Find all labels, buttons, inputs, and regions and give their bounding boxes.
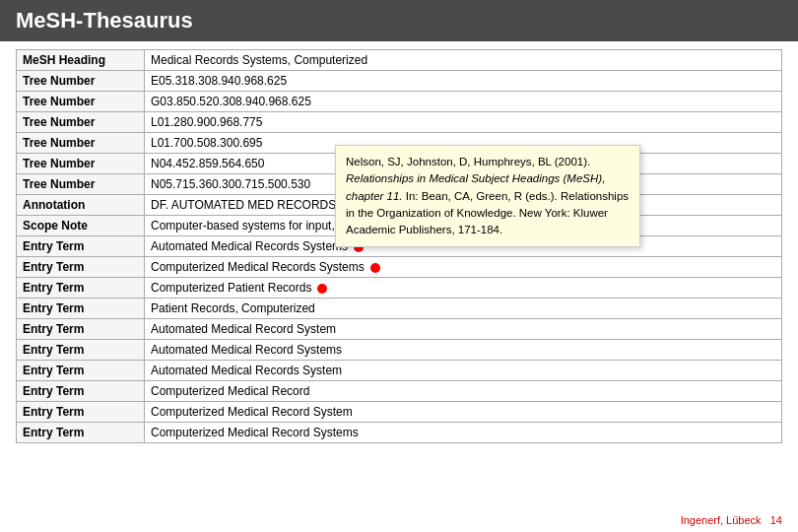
row-label: Entry Term [17, 299, 145, 319]
row-value: Computerized Medical Record Systems [145, 423, 782, 443]
row-label: Entry Term [17, 340, 145, 361]
row-label: Entry Term [17, 361, 145, 381]
row-value: Automated Medical Record Systems [145, 340, 782, 361]
row-value: Computerized Patient Records [145, 278, 782, 299]
row-value: Computerized Medical Record [145, 381, 782, 402]
entry-dot [317, 284, 327, 294]
row-label: Entry Term [17, 278, 145, 299]
table-row: MeSH HeadingMedical Records Systems, Com… [17, 50, 782, 71]
row-label: Entry Term [17, 236, 145, 257]
table-row: Tree NumberG03.850.520.308.940.968.625 [17, 92, 782, 112]
row-value: Computerized Medical Record System [145, 402, 782, 423]
row-label: Entry Term [17, 423, 145, 443]
row-label: Scope Note [17, 216, 145, 236]
row-value: L01.280.900.968.775 [145, 112, 782, 133]
row-label: Tree Number [17, 92, 145, 112]
row-value: Patient Records, Computerized [145, 299, 782, 319]
table-row: Entry TermAutomated Medical Record Syste… [17, 319, 782, 340]
table-row: Tree NumberE05.318.308.940.968.625 [17, 71, 782, 92]
footer-author: Ingenerf, Lübeck [681, 514, 762, 526]
table-row: Entry TermComputerized Medical Record Sy… [17, 423, 782, 443]
table-row: Entry TermComputerized Medical Records S… [17, 257, 782, 278]
table-row: Entry TermAutomated Medical Records Syst… [17, 361, 782, 381]
row-value: Automated Medical Record System [145, 319, 782, 340]
citation-tooltip: Nelson, SJ, Johnston, D, Humphreys, BL (… [335, 145, 640, 247]
row-label: MeSH Heading [17, 50, 145, 71]
entry-dot [370, 263, 380, 273]
table-row: Tree NumberL01.280.900.968.775 [17, 112, 782, 133]
table-row: Entry TermComputerized Medical Record [17, 381, 782, 402]
row-value: Medical Records Systems, Computerized [145, 50, 782, 71]
row-label: Annotation [17, 195, 145, 216]
table-row: Entry TermAutomated Medical Record Syste… [17, 340, 782, 361]
page-header: MeSH-Thesaurus [0, 0, 798, 41]
tooltip-plain: Nelson, SJ, Johnston, D, Humphreys, BL (… [346, 156, 590, 167]
main-content: MeSH HeadingMedical Records Systems, Com… [0, 41, 798, 451]
row-value: G03.850.520.308.940.968.625 [145, 92, 782, 112]
table-row: Entry TermComputerized Medical Record Sy… [17, 402, 782, 423]
row-label: Tree Number [17, 112, 145, 133]
row-label: Entry Term [17, 319, 145, 340]
row-label: Entry Term [17, 381, 145, 402]
row-label: Tree Number [17, 154, 145, 174]
page-footer: Ingenerf, Lübeck 14 [681, 514, 782, 526]
row-value: Automated Medical Records System [145, 361, 782, 381]
footer-page: 14 [770, 514, 782, 526]
row-label: Entry Term [17, 402, 145, 423]
table-row: Entry TermPatient Records, Computerized [17, 299, 782, 319]
header-title: MeSH-Thesaurus [16, 8, 193, 33]
row-label: Entry Term [17, 257, 145, 278]
row-label: Tree Number [17, 71, 145, 92]
row-value: E05.318.308.940.968.625 [145, 71, 782, 92]
table-row: Entry TermComputerized Patient Records [17, 278, 782, 299]
row-value: Computerized Medical Records Systems [145, 257, 782, 278]
row-label: Tree Number [17, 174, 145, 195]
row-label: Tree Number [17, 133, 145, 154]
